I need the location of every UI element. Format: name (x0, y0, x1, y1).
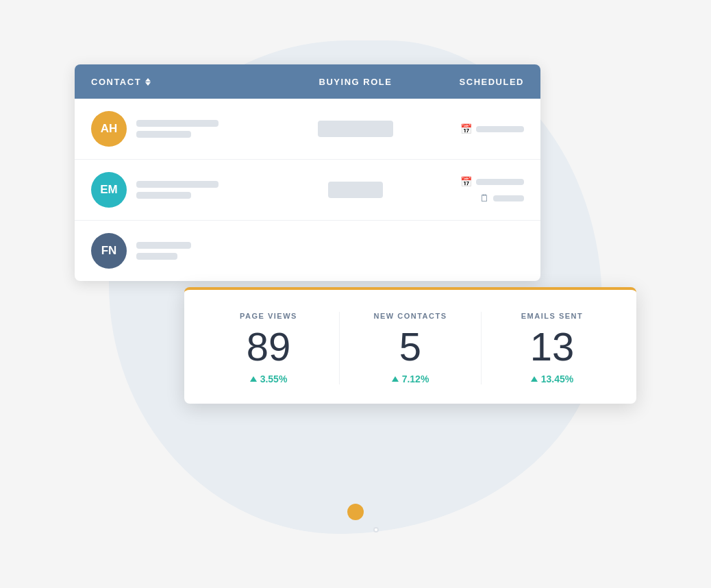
contact-lines (136, 120, 219, 138)
contact-col: EM (91, 172, 297, 208)
buying-pill (318, 121, 393, 137)
scheduled-col: 📅 🗒 (414, 176, 524, 204)
contact-lines (136, 242, 191, 260)
note-icon: 🗒 (479, 193, 489, 204)
sched-line (476, 179, 524, 185)
table-row: EM 📅 🗒 (75, 160, 540, 221)
contact-line-2 (136, 192, 191, 199)
sort-down-icon (145, 82, 151, 86)
sched-line (476, 126, 524, 132)
contact-lines (136, 181, 219, 199)
contact-table-card: CONTACT BUYING ROLE SCHEDULED AH (75, 64, 540, 281)
header-scheduled-col: SCHEDULED (414, 75, 524, 88)
sort-icon[interactable] (145, 78, 151, 86)
stat-emails-sent: EMAILS SENT 13 13.45% (495, 312, 609, 384)
trend-up-icon (250, 376, 257, 382)
buying-col (297, 182, 414, 198)
contact-line-2 (136, 131, 191, 138)
contact-line-1 (136, 242, 191, 249)
scheduled-header-label: SCHEDULED (460, 77, 524, 87)
sched-line (493, 195, 524, 201)
scheduled-item: 📅 (460, 123, 524, 134)
dot-white (373, 527, 379, 532)
calendar-icon: 📅 (460, 123, 472, 134)
trend-up-icon (392, 376, 399, 382)
trend-up-icon (531, 376, 538, 382)
sort-up-icon (145, 78, 151, 82)
stat-change: 3.55% (250, 373, 288, 384)
scheduled-item: 🗒 (479, 193, 524, 204)
scheduled-item: 📅 (460, 176, 524, 187)
stat-change-value: 13.45% (541, 373, 573, 384)
stat-change: 13.45% (531, 373, 573, 384)
scene: CONTACT BUYING ROLE SCHEDULED AH (47, 27, 664, 561)
scheduled-col: 📅 (414, 123, 524, 134)
stats-card: PAGE VIEWS 89 3.55% NEW CONTACTS 5 7.12%… (184, 287, 636, 404)
avatar: AH (91, 111, 127, 147)
stat-label: NEW CONTACTS (373, 312, 447, 320)
calendar-icon: 📅 (460, 176, 472, 187)
contact-col: AH (91, 111, 297, 147)
stat-page-views: PAGE VIEWS 89 3.55% (212, 312, 325, 384)
buying-col (297, 121, 414, 137)
stat-change: 7.12% (392, 373, 429, 384)
avatar-initials: FN (101, 244, 117, 258)
header-buying-role-col: BUYING ROLE (297, 75, 414, 88)
stat-value: 13 (530, 327, 575, 367)
stat-change-value: 3.55% (260, 373, 288, 384)
buying-role-header-label: BUYING ROLE (319, 77, 392, 87)
avatar-initials: EM (100, 183, 118, 197)
dot-orange (347, 504, 364, 520)
stat-divider (339, 312, 340, 384)
table-row: FN (75, 221, 540, 281)
stat-label: EMAILS SENT (521, 312, 583, 320)
avatar: FN (91, 233, 127, 269)
contact-line-1 (136, 120, 219, 127)
table-header: CONTACT BUYING ROLE SCHEDULED (75, 64, 540, 99)
contact-line-2 (136, 253, 177, 260)
stat-change-value: 7.12% (402, 373, 429, 384)
table-row: AH 📅 (75, 99, 540, 160)
contact-col: FN (91, 233, 297, 269)
stat-value: 89 (247, 327, 291, 367)
avatar: EM (91, 172, 127, 208)
contact-line-1 (136, 181, 219, 188)
stat-new-contacts: NEW CONTACTS 5 7.12% (353, 312, 467, 384)
contact-header-label: CONTACT (91, 77, 141, 87)
stat-value: 5 (399, 327, 421, 367)
header-contact-col: CONTACT (91, 77, 297, 87)
stat-label: PAGE VIEWS (240, 312, 297, 320)
stat-divider (481, 312, 482, 384)
buying-pill (328, 182, 383, 198)
avatar-initials: AH (101, 122, 118, 136)
